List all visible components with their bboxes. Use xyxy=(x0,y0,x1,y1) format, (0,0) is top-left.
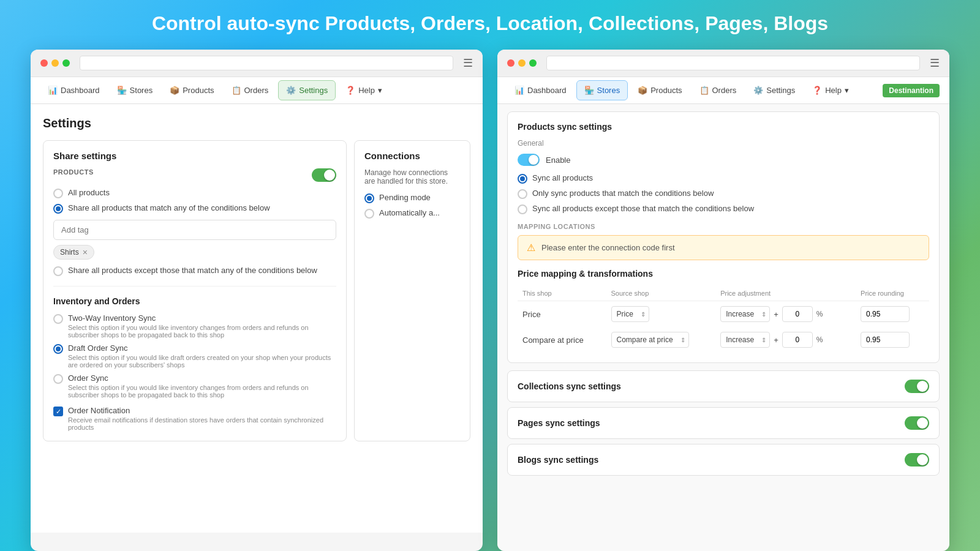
right-window: ☰ 📊 Dashboard 🏪 Stores 📦 Products 📋 Orde… xyxy=(497,50,949,551)
dot-green[interactable] xyxy=(62,59,70,67)
radio-sync-all[interactable]: Sync all products xyxy=(518,173,929,184)
products-icon: 📦 xyxy=(170,86,179,95)
nav-orders[interactable]: 📋 Orders xyxy=(224,81,276,100)
radio-match-conditions[interactable]: Share all products that match any of the… xyxy=(53,203,336,214)
orders-icon: 📋 xyxy=(232,86,241,95)
price-label-2: Compare at price xyxy=(518,327,606,353)
order-notification-checkbox[interactable]: ✓ Order Notification Receive email notif… xyxy=(53,406,336,431)
pages-toggle[interactable] xyxy=(905,416,929,430)
right-nav-orders[interactable]: 📋 Orders xyxy=(692,81,744,100)
radio-auto[interactable]: Automatically a... xyxy=(364,208,460,219)
right-nav: 📊 Dashboard 🏪 Stores 📦 Products 📋 Orders… xyxy=(497,77,949,104)
checkbox-box: ✓ xyxy=(53,407,63,416)
radio-order-sync[interactable]: Order Sync Select this option if you wou… xyxy=(53,373,336,399)
left-window: ☰ 📊 Dashboard 🏪 Stores 📦 Products 📋 Orde… xyxy=(31,50,483,551)
right-help-icon: ❓ xyxy=(812,86,822,95)
radio-except-conditions[interactable]: Share all products except those that mat… xyxy=(53,266,336,276)
right-stores-icon: 🏪 xyxy=(584,86,594,95)
enable-row: Enable xyxy=(518,154,929,166)
nav-settings[interactable]: ⚙️ Settings xyxy=(278,80,336,100)
right-titlebar: ☰ xyxy=(497,50,949,77)
col-this-shop: This shop xyxy=(518,286,606,301)
right-window-dots xyxy=(507,59,537,67)
radio-circle-twoway xyxy=(53,314,63,324)
right-content: Products sync settings General Enable Sy… xyxy=(497,104,949,551)
price-mapping-section: Price mapping & transformations This sho… xyxy=(518,269,929,353)
radio-two-way[interactable]: Two-Way Inventory Sync Select this optio… xyxy=(53,313,336,339)
inventory-orders-title: Inventory and Orders xyxy=(53,296,336,306)
left-content: Settings Share settings PRODUCTS xyxy=(31,104,483,533)
price-adjustment-1: Increase + % xyxy=(715,301,856,328)
help-chevron: ▾ xyxy=(378,86,382,95)
help-icon: ❓ xyxy=(345,86,355,95)
nav-dashboard[interactable]: 📊 Dashboard xyxy=(40,81,107,100)
remove-shirts-tag[interactable]: × xyxy=(83,247,88,257)
inventory-radio-group: Two-Way Inventory Sync Select this optio… xyxy=(53,313,336,399)
alert-icon: ⚠ xyxy=(527,242,535,253)
connections-title: Connections xyxy=(364,151,460,161)
menu-icon[interactable]: ☰ xyxy=(463,56,473,70)
left-nav: 📊 Dashboard 🏪 Stores 📦 Products 📋 Orders… xyxy=(31,77,483,104)
products-toggle[interactable] xyxy=(312,168,336,182)
price-rounding-1 xyxy=(856,301,929,328)
left-titlebar: ☰ xyxy=(31,50,483,77)
right-nav-dashboard[interactable]: 📊 Dashboard xyxy=(507,81,574,100)
dot-yellow[interactable] xyxy=(51,59,59,67)
col-price-adjustment: Price adjustment xyxy=(715,286,856,301)
plus-sign-1: + xyxy=(774,310,778,319)
source-select-2[interactable]: Compare at price xyxy=(611,332,689,348)
radio-circle-all xyxy=(53,189,63,198)
address-bar xyxy=(80,56,453,70)
price-row-2: Compare at price Compare at price xyxy=(518,327,929,353)
dot-red[interactable] xyxy=(40,59,48,67)
adjustment-value-1[interactable] xyxy=(782,306,813,322)
mapping-locations-section: MAPPING LOCATIONS ⚠ Please enter the con… xyxy=(518,223,929,260)
source-select-1[interactable]: Price xyxy=(611,306,649,322)
nav-stores[interactable]: 🏪 Stores xyxy=(110,81,160,100)
right-address-bar xyxy=(546,56,920,70)
adjustment-value-2[interactable] xyxy=(782,332,813,348)
connections-card: Connections Manage how connections are h… xyxy=(354,140,470,441)
radio-sync-except[interactable]: Sync all products except those that matc… xyxy=(518,204,929,214)
products-label: PRODUCTS xyxy=(53,168,94,176)
price-adjustment-2: Increase + % xyxy=(715,327,856,353)
radio-draft-order[interactable]: Draft Order Sync Select this option if y… xyxy=(53,343,336,369)
right-nav-products[interactable]: 📦 Products xyxy=(630,81,689,100)
right-dot-red[interactable] xyxy=(507,59,514,67)
enable-toggle[interactable] xyxy=(518,154,540,166)
nav-products[interactable]: 📦 Products xyxy=(162,81,221,100)
radio-sync-match[interactable]: Only sync products that match the condit… xyxy=(518,189,929,199)
radio-pending[interactable]: Pending mode xyxy=(364,193,460,203)
radio-circle-match xyxy=(53,204,63,214)
rounding-input-1[interactable] xyxy=(861,306,910,322)
radio-all-products[interactable]: All products xyxy=(53,188,336,198)
right-orders-icon: 📋 xyxy=(699,86,709,95)
price-rounding-2 xyxy=(856,327,929,353)
tag-input[interactable] xyxy=(53,220,336,240)
connections-desc: Manage how connections are handled for t… xyxy=(364,168,460,186)
right-nav-settings[interactable]: ⚙️ Settings xyxy=(746,81,802,100)
adjustment-select-1[interactable]: Increase xyxy=(720,306,770,322)
radio-sync-match-circle xyxy=(518,189,527,199)
blogs-toggle[interactable] xyxy=(905,453,929,467)
right-nav-stores[interactable]: 🏪 Stores xyxy=(576,80,628,100)
rounding-input-2[interactable] xyxy=(861,332,910,348)
collections-toggle[interactable] xyxy=(905,380,929,393)
price-source-1: Price xyxy=(606,301,716,328)
plus-sign-2: + xyxy=(774,335,778,345)
right-dot-green[interactable] xyxy=(529,59,537,67)
right-help-chevron: ▾ xyxy=(845,86,849,95)
shirts-tag: Shirts × xyxy=(53,245,94,260)
adjustment-select-2[interactable]: Increase xyxy=(720,332,770,348)
right-dot-yellow[interactable] xyxy=(518,59,526,67)
price-source-2: Compare at price xyxy=(606,327,716,353)
alert-box: ⚠ Please enter the connection code first xyxy=(518,235,929,260)
percent-1: % xyxy=(816,310,823,318)
right-menu-icon[interactable]: ☰ xyxy=(930,56,940,70)
right-nav-help[interactable]: ❓ Help ▾ xyxy=(805,81,856,100)
hero-title: Control auto-sync Products, Orders, Loca… xyxy=(152,12,828,35)
pages-sync-row: Pages sync settings xyxy=(507,407,940,439)
right-dashboard-icon: 📊 xyxy=(514,86,524,95)
nav-help[interactable]: ❓ Help ▾ xyxy=(338,81,390,100)
pages-sync-title: Pages sync settings xyxy=(518,418,600,428)
